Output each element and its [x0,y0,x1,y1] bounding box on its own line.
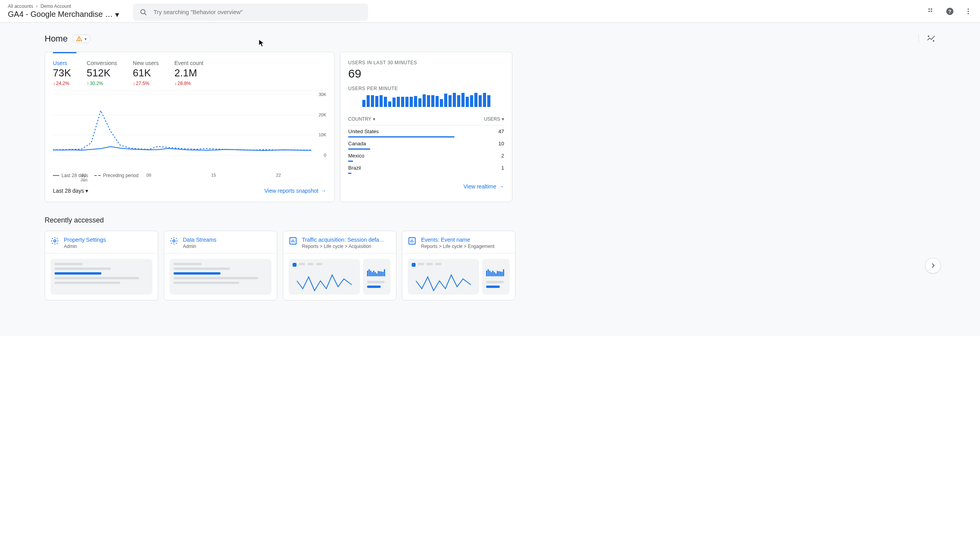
mini-line-chart-icon [293,269,356,297]
date-range-selector[interactable]: Last 28 days ▾ [53,188,88,194]
svg-rect-26 [375,272,376,277]
svg-rect-44 [497,271,498,277]
metric-tab-new-users[interactable]: New users 61K ↓ 27.5% [133,60,159,86]
svg-rect-21 [367,271,368,276]
country-column-header[interactable]: COUNTRY ▾ [348,116,375,122]
search-input[interactable] [154,9,362,15]
metric-delta: ↓ 24.2% [53,81,71,86]
metric-value: 512K [87,67,117,79]
recent-card-head: Events: Event name Reports > Life cycle … [402,231,515,253]
realtime-table-body: United States 47 Canada 10 Mexico 2 Braz… [348,125,504,174]
recently-accessed-row: Property Settings Admin Data Streams Adm… [0,231,980,300]
chart-icon [289,237,297,245]
realtime-value: 69 [348,67,504,80]
more-menu-icon[interactable] [964,7,972,15]
delta-arrow-icon: ↓ [133,81,135,86]
breadcrumb-account[interactable]: Demo Account [40,4,71,9]
caret-down-icon: ▾ [373,116,375,122]
recent-card[interactable]: Property Settings Admin [45,231,158,300]
recent-card-head: Property Settings Admin [45,231,158,253]
recent-card[interactable]: Events: Event name Reports > Life cycle … [402,231,515,300]
recent-card[interactable]: Data Streams Admin [164,231,277,300]
metric-tabs: Users 73K ↓ 24.2%Conversions 512K ↑ 30.2… [53,60,326,90]
view-realtime-link[interactable]: View realtime → [463,183,504,190]
y-tick: 10K [318,132,326,137]
warning-pill[interactable]: ▾ [72,34,91,43]
metric-label: Users [53,60,71,66]
date-range-label: Last 28 days [53,188,84,194]
placeholder-preview [408,259,479,295]
y-tick: 0 [324,153,326,157]
metric-value: 73K [53,67,71,79]
spark-bar [367,95,370,107]
caret-down-icon: ▾ [115,10,119,19]
users-column-header[interactable]: USERS ▾ [484,116,504,122]
svg-rect-5 [931,11,932,12]
spark-bar [388,101,391,107]
insights-icon[interactable] [919,34,935,43]
metric-tab-users[interactable]: Users 73K ↓ 24.2% [53,60,71,86]
svg-rect-22 [369,269,370,276]
recent-card-head: Data Streams Admin [164,231,277,253]
chart-y-axis: 010K20K30K [312,94,326,157]
view-reports-snapshot-link[interactable]: View reports snapshot → [264,188,326,194]
breadcrumb-all-accounts[interactable]: All accounts [8,4,33,9]
spark-bar [461,93,465,107]
realtime-users: 10 [499,141,504,147]
property-selector[interactable]: GA4 - Google Merchandise … ▾ [8,10,133,19]
realtime-row[interactable]: Canada 10 [348,137,504,150]
recent-card-body [283,253,396,300]
svg-rect-32 [384,269,385,276]
metric-label: New users [133,60,159,66]
arrow-right-icon: → [321,188,326,194]
mini-line-chart-icon [412,269,475,297]
realtime-row[interactable]: Mexico 2 [348,150,504,162]
placeholder-preview-side [363,259,391,295]
svg-point-0 [141,9,145,14]
help-icon[interactable]: ? [946,7,954,16]
spark-bar [453,93,456,107]
placeholder-preview [51,259,152,295]
svg-rect-41 [492,271,494,276]
metric-tab-conversions[interactable]: Conversions 512K ↑ 30.2% [87,60,117,86]
realtime-row[interactable]: Brazil 1 [348,162,504,174]
svg-rect-29 [379,271,380,276]
breadcrumb: All accounts › Demo Account [8,4,133,9]
realtime-country: Brazil [348,165,361,171]
header-right: ? [928,7,972,16]
carousel-next-button[interactable] [925,258,941,273]
mini-bar-chart-icon [486,263,506,279]
spark-bar [418,98,421,107]
chevron-right-icon: › [36,4,38,9]
spark-bar [440,99,443,107]
metric-delta: ↓ 27.5% [133,81,159,86]
metric-label: Event count [174,60,203,66]
apps-icon[interactable] [928,7,935,15]
recent-card-title: Data Streams [183,237,217,243]
property-name-label: GA4 - Google Merchandise … [8,10,113,19]
spark-bar [380,95,383,107]
metric-tab-event-count[interactable]: Event count 2.1M ↓ 28.8% [174,60,203,86]
metric-delta: ↑ 30.2% [87,81,117,86]
search-box[interactable] [133,4,368,21]
delta-arrow-icon: ↑ [87,81,89,86]
placeholder-preview [170,259,271,295]
realtime-title: USERS IN LAST 30 MINUTES [348,60,504,65]
realtime-row[interactable]: United States 47 [348,125,504,137]
mini-bar-chart-icon [367,263,387,279]
realtime-table-head: COUNTRY ▾ USERS ▾ [348,113,504,125]
svg-point-10 [967,13,969,14]
recently-accessed-title: Recently accessed [0,202,980,231]
realtime-row-bar [348,173,351,174]
svg-rect-23 [370,271,371,276]
placeholder-preview [289,259,360,295]
page-body: Home ▾ Users 73K ↓ 24.2%Conversions 512K… [0,23,980,336]
spark-bar [384,97,387,107]
recent-card[interactable]: Traffic acquisition: Session defa… Repor… [283,231,396,300]
overview-chart: 010K20K30K 01Jan081522 [53,94,326,173]
realtime-country: Canada [348,141,366,147]
svg-rect-31 [382,272,383,276]
realtime-users: 1 [501,165,504,171]
svg-rect-3 [931,8,932,9]
svg-rect-42 [494,272,495,277]
